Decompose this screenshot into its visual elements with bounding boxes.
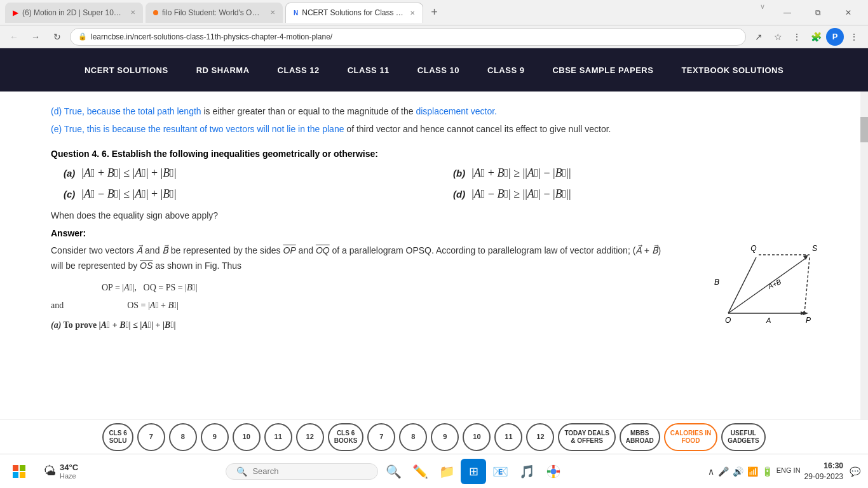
pill-mbbs-abroad[interactable]: MBBSABROAD — [620, 423, 660, 451]
nav-cbse-papers[interactable]: CBSE SAMPLE PAPERS — [548, 63, 657, 78]
file-explorer-icon[interactable]: 🔍 — [381, 459, 406, 484]
microphone-icon[interactable]: 🎤 — [718, 466, 729, 477]
window-controls: ∨ — ⧉ ✕ — [754, 3, 863, 23]
music-icon[interactable]: 🎵 — [514, 459, 539, 484]
windows-logo — [13, 465, 25, 478]
back-button[interactable]: ← — [5, 28, 23, 46]
time-display: ENG IN — [776, 466, 801, 477]
weather-icon: 🌤 — [43, 464, 56, 478]
pill-cls6-books[interactable]: CLS 6BOOKS — [328, 423, 364, 451]
tab-close-youtube[interactable]: ✕ — [130, 9, 135, 16]
svg-text:Q: Q — [750, 244, 756, 253]
mail-icon[interactable]: 📧 — [487, 459, 513, 484]
scrollbar-thumb[interactable] — [860, 117, 868, 142]
pill-7b[interactable]: 7 — [367, 423, 395, 451]
pill-cls6-solutions[interactable]: CLS 6SOLU — [102, 423, 133, 451]
formula-c: (c) |A⃗ − B⃗| ≤ |A⃗| + |B⃗| — [64, 187, 428, 201]
pill-calories-food[interactable]: CALORIES INFOOD — [664, 423, 717, 451]
pill-11a[interactable]: 11 — [264, 423, 292, 451]
formula-b: (b) |A⃗ + B⃗| ≥ ||A⃗| − |B⃗|| — [453, 166, 817, 180]
url-text: learncbse.in/ncert-solutions-class-11th-… — [91, 32, 738, 41]
weather-condition: Haze — [60, 472, 78, 480]
search-input[interactable] — [252, 466, 367, 476]
nav-textbook[interactable]: TEXTBOOK SOLUTIONS — [677, 63, 787, 78]
url-bar[interactable]: 🔒 learncbse.in/ncert-solutions-class-11t… — [70, 28, 746, 46]
search-icon: 🔍 — [236, 466, 247, 477]
tray-arrow-icon[interactable]: ∧ — [708, 466, 714, 477]
answer-label: Answer: — [51, 228, 817, 238]
more-button[interactable]: ⋮ — [845, 28, 863, 46]
pill-9b[interactable]: 9 — [431, 423, 459, 451]
battery-icon[interactable]: 🔋 — [762, 466, 773, 477]
pill-8b[interactable]: 8 — [399, 423, 427, 451]
pill-useful-gadgets[interactable]: USEFULGADGETS — [721, 423, 765, 451]
chrome-icon[interactable] — [541, 459, 566, 484]
svg-line-4 — [728, 257, 756, 313]
extensions-button[interactable]: 🧩 — [807, 28, 825, 46]
parallelogram-diagram: Q S B A+B O P A — [690, 243, 817, 326]
svg-text:A: A — [766, 316, 771, 324]
pen-icon[interactable]: ✏️ — [407, 459, 433, 484]
taskbar-app-icons: 🔍 ✏️ 📁 ⊞ 📧 🎵 — [381, 459, 566, 484]
folder-icon[interactable]: 📁 — [434, 459, 459, 484]
nav-class11[interactable]: CLASS 11 — [344, 63, 393, 78]
new-tab-button[interactable]: + — [426, 6, 443, 19]
tab-youtube[interactable]: ▶ (6) Motion in 2D | Super 100 Qu... ✕ — [5, 3, 143, 23]
svg-point-17 — [551, 468, 557, 474]
network-icon[interactable]: 📶 — [747, 466, 758, 477]
close-button[interactable]: ✕ — [834, 3, 863, 23]
pill-7a[interactable]: 7 — [137, 423, 165, 451]
nav-ncert-solutions[interactable]: NCERT SOLUTIONS — [81, 63, 172, 78]
pill-12a[interactable]: 12 — [296, 423, 324, 451]
nav-class9[interactable]: CLASS 9 — [484, 63, 528, 78]
pill-12b[interactable]: 12 — [526, 423, 554, 451]
store-icon[interactable]: ⊞ — [461, 459, 486, 484]
bookmark-button[interactable]: ☆ — [769, 28, 787, 46]
forward-button[interactable]: → — [27, 28, 44, 46]
nav-rd-sharma[interactable]: RD SHARMA — [193, 63, 254, 78]
win-logo-yellow — [20, 472, 25, 478]
when-equality: When does the equality sign above apply? — [51, 208, 817, 224]
tab-filo[interactable]: filo Filo Student: World's Only L... ✕ — [146, 3, 283, 23]
restore-button[interactable]: ⧉ — [803, 3, 832, 23]
pill-11b[interactable]: 11 — [494, 423, 522, 451]
tab-close-filo[interactable]: ✕ — [270, 9, 275, 16]
refresh-button[interactable]: ↻ — [48, 28, 66, 46]
browser-menu-button[interactable]: ⋮ — [788, 28, 806, 46]
profile-button[interactable]: P — [826, 28, 844, 46]
formula-d: (d) |A⃗ − B⃗| ≥ ||A⃗| − |B⃗|| — [453, 187, 817, 201]
answer-text: Consider two vectors A⃗ and B⃗ be repres… — [51, 243, 671, 333]
vector-diagram: Q S B A+B O P A — [690, 243, 817, 326]
tab-close-ncert[interactable]: ✕ — [410, 10, 415, 17]
svg-text:S: S — [812, 244, 817, 253]
lock-icon: 🔒 — [78, 32, 87, 41]
pill-10b[interactable]: 10 — [463, 423, 491, 451]
win-logo-red — [13, 465, 18, 471]
svg-text:O: O — [725, 316, 731, 325]
start-button[interactable] — [5, 458, 33, 485]
tab-title: (6) Motion in 2D | Super 100 Qu... — [22, 8, 124, 17]
address-actions: ↗ ☆ ⋮ 🧩 P ⋮ — [750, 28, 863, 46]
volume-icon[interactable]: 🔊 — [733, 466, 743, 477]
svg-line-10 — [804, 257, 810, 313]
diagram-area: Consider two vectors A⃗ and B⃗ be repres… — [51, 243, 817, 333]
pills-row: CLS 6SOLU 7 8 9 10 11 12 CLS 6BOOKS 7 8 … — [0, 419, 868, 454]
pill-10a[interactable]: 10 — [233, 423, 261, 451]
pill-today-deals[interactable]: TODAY DEALS& OFFERS — [558, 423, 615, 451]
pill-8a[interactable]: 8 — [169, 423, 197, 451]
nav-class10[interactable]: CLASS 10 — [414, 63, 463, 78]
nav-class12[interactable]: CLASS 12 — [274, 63, 323, 78]
notifications-icon[interactable]: 💬 — [847, 466, 863, 477]
temperature: 34°C — [60, 463, 78, 472]
formulas-grid: (a) |A⃗ + B⃗| ≤ |A⃗| + |B⃗| (b) |A⃗ + B⃗… — [64, 166, 817, 201]
language-display: ENG IN — [776, 466, 801, 475]
question-heading: Question 4. 6. Establish the following i… — [51, 149, 817, 159]
win-logo-green — [20, 465, 25, 471]
scrollbar[interactable] — [860, 92, 868, 419]
pill-9a[interactable]: 9 — [201, 423, 229, 451]
chevron-down-icon[interactable]: ∨ — [754, 3, 771, 23]
share-button[interactable]: ↗ — [750, 28, 768, 46]
tab-ncert[interactable]: N NCERT Solutions for Class 11 Ph... ✕ — [285, 3, 423, 23]
minimize-button[interactable]: — — [773, 3, 802, 23]
taskbar-search[interactable]: 🔍 — [226, 463, 378, 480]
